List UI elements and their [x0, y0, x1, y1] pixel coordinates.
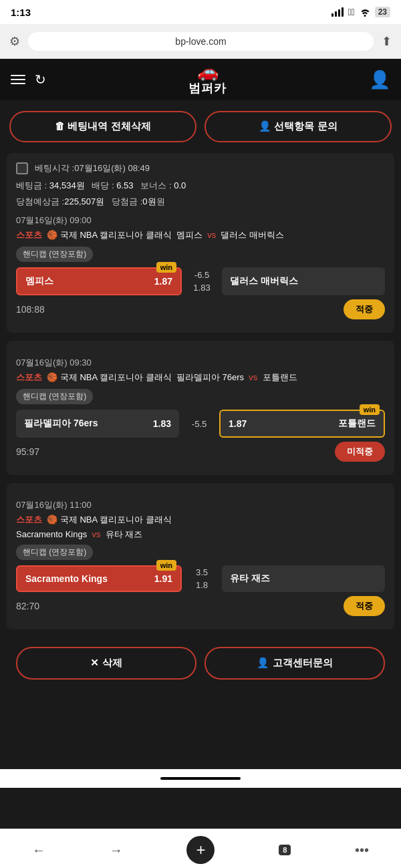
- win-badge-2: win: [360, 404, 380, 415]
- handicap-badge-3: 핸디캡 (연장포함): [16, 545, 93, 560]
- right-team-2[interactable]: 1.87 포틀랜드 win: [219, 410, 385, 438]
- odds-row-1: 멤피스 1.87 win -6.5 1.83 댈러스 매버릭스: [16, 267, 385, 295]
- bet-league-3: 스포츠 🏀 국제 NBA 캘리포니아 클래식: [16, 514, 385, 526]
- hamburger-icon[interactable]: [11, 75, 25, 84]
- score-3: 82:70: [16, 601, 39, 611]
- logo-text: 범퍼카: [188, 80, 227, 96]
- wifi-icon-svg: [359, 7, 371, 17]
- main-content: 베팅시각 :07월16일(화) 08:49 베팅금 : 34,534원 배당 :…: [0, 153, 401, 769]
- bet-date-3: 07월16일(화) 11:00: [16, 499, 385, 511]
- nav-new-tab[interactable]: +: [186, 836, 215, 864]
- odds-row-2: 필라델피아 76ers 1.83 -5.5 1.87 포틀랜드 win: [16, 410, 385, 438]
- browser-url[interactable]: bp-love.com: [28, 32, 374, 51]
- logo: 🚗 범퍼카: [188, 63, 227, 96]
- bet-league-2: 스포츠 🏀 국제 NBA 캘리포니아 클래식 필라델피아 76ers vs 포틀…: [16, 372, 385, 384]
- nav-bar: ← → + 8 •••: [0, 829, 401, 868]
- home-indicator: [0, 769, 401, 788]
- nav-tabs[interactable]: 8: [279, 845, 291, 855]
- battery-icon: 23: [375, 7, 390, 17]
- score-row-1: 108:88 적중: [16, 299, 385, 319]
- score-row-2: 95:97 미적중: [16, 442, 385, 462]
- bet-card-1: 베팅시각 :07월16일(화) 08:49 베팅금 : 34,534원 배당 :…: [7, 153, 394, 333]
- odds-middle-2: -5.5: [179, 410, 219, 438]
- bet-wininfo-1: 당첨예상금 :225,507원 당첨금 :0원원: [16, 196, 385, 208]
- nav-more[interactable]: •••: [355, 843, 369, 858]
- handicap-badge-1: 핸디캡 (연장포함): [16, 247, 93, 262]
- handicap-badge-2: 핸디캡 (연장포함): [16, 389, 93, 404]
- odds-middle-1: -6.5 1.83: [182, 267, 222, 295]
- delete-button[interactable]: ✕ 삭제: [16, 647, 196, 680]
- right-team-3[interactable]: 유타 재즈: [222, 565, 385, 592]
- win-badge-left-3: win: [156, 560, 176, 571]
- wifi-icon: ⊘⃝: [348, 7, 354, 17]
- bet-card-1-header: 베팅시각 :07월16일(화) 08:49: [16, 162, 385, 174]
- left-team-2[interactable]: 필라델피아 76ers 1.83: [16, 410, 179, 438]
- bet-info-1: 베팅금 : 34,534원 배당 : 6.53 보너스 : 0.0: [16, 180, 385, 192]
- result-badge-3: 적중: [344, 596, 385, 616]
- right-team-1[interactable]: 댈러스 매버릭스: [222, 267, 385, 295]
- browser-bar: ⚙ bp-love.com ⬆: [0, 24, 401, 59]
- result-badge-1: 적중: [344, 299, 385, 319]
- left-team-3[interactable]: Sacramento Kings 1.91 win: [16, 565, 182, 592]
- bottom-actions: ✕ 삭제 👤 고객센터문의: [7, 637, 394, 689]
- bet-date-2: 07월16일(화) 09:30: [16, 357, 385, 369]
- status-icons: ⊘⃝ 23: [331, 7, 390, 17]
- left-team-1[interactable]: 멤피스 1.87 win: [16, 267, 182, 295]
- bet-time-1: 베팅시각 :07월16일(화) 08:49: [35, 162, 150, 174]
- logo-car-emoji: 🚗: [197, 63, 219, 80]
- bet-date-1: 07월16일(화) 09:00: [16, 214, 385, 227]
- bet-card-2: 07월16일(화) 09:30 스포츠 🏀 국제 NBA 캘리포니아 클래식 필…: [7, 341, 394, 475]
- customer-service-button[interactable]: 👤 고객센터문의: [205, 647, 385, 680]
- action-buttons-bar: 🗑 베팅내역 전체삭제 👤 선택항목 문의: [0, 100, 401, 153]
- win-badge-left-1: win: [156, 262, 176, 273]
- odds-middle-3: 3.5 1.8: [182, 565, 222, 592]
- odds-row-3: Sacramento Kings 1.91 win 3.5 1.8 유타 재즈: [16, 565, 385, 592]
- browser-share-icon[interactable]: ⬆: [382, 34, 392, 49]
- result-badge-2: 미적중: [335, 442, 385, 462]
- app-header: ↻ 🚗 범퍼카 👤: [0, 59, 401, 100]
- status-bar: 1:13 ⊘⃝ 23: [0, 0, 401, 24]
- selected-inquiry-button[interactable]: 👤 선택항목 문의: [205, 111, 392, 142]
- bet-matchup-3: Sacramento Kings vs 유타 재즈: [16, 529, 385, 541]
- profile-icon[interactable]: 👤: [369, 69, 390, 90]
- delete-all-button[interactable]: 🗑 베팅내역 전체삭제: [9, 111, 196, 142]
- header-left: ↻: [11, 71, 46, 88]
- browser-settings-icon[interactable]: ⚙: [9, 34, 20, 49]
- bet-league-1: 스포츠 🏀 국제 NBA 캘리포니아 클래식 멤피스 vs 댈러스 매버릭스: [16, 229, 385, 241]
- signal-icon: [331, 7, 344, 17]
- score-1: 108:88: [16, 304, 45, 315]
- status-time: 1:13: [11, 7, 31, 18]
- score-2: 95:97: [16, 446, 39, 457]
- nav-forward[interactable]: →: [110, 843, 123, 858]
- nav-back[interactable]: ←: [32, 843, 45, 858]
- home-bar: [160, 777, 241, 780]
- bet-card-3: 07월16일(화) 11:00 스포츠 🏀 국제 NBA 캘리포니아 클래식 S…: [7, 483, 394, 629]
- bet-card-1-checkbox[interactable]: [16, 162, 28, 174]
- refresh-icon[interactable]: ↻: [35, 71, 46, 88]
- score-row-3: 82:70 적중: [16, 596, 385, 616]
